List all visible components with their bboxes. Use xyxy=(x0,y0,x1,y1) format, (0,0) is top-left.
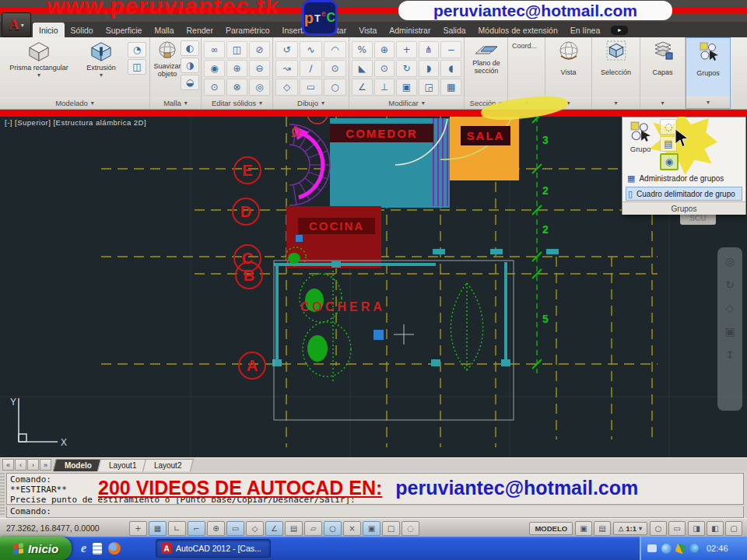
navigation-tool-icon[interactable]: ◎ xyxy=(725,255,735,268)
status-icon-button[interactable]: ▣ xyxy=(575,521,592,536)
capas-button[interactable] xyxy=(652,40,674,61)
tab-modulos-extension[interactable]: Módulos de extensión xyxy=(472,23,564,37)
solid-edit-tool-icon[interactable]: ⊗ xyxy=(226,79,247,96)
status-toggle-button[interactable]: ▦ xyxy=(149,521,167,536)
modify-tool-icon[interactable]: ∠ xyxy=(352,79,373,96)
solid-edit-tool-icon[interactable]: ◉ xyxy=(204,60,225,77)
panel-footer-capas[interactable]: ▾ xyxy=(640,97,685,109)
modify-tool-icon[interactable]: − xyxy=(440,41,461,58)
status-icon-button[interactable]: ○ xyxy=(650,521,667,536)
modify-tool-icon[interactable]: ▦ xyxy=(440,79,461,96)
selection-grip[interactable] xyxy=(374,330,384,340)
flyout-footer-grupos[interactable]: Grupos xyxy=(622,201,745,215)
status-toggle-button[interactable]: □ xyxy=(382,521,400,536)
status-icon-button[interactable]: ▢ xyxy=(725,521,742,536)
panel-footer-modelado[interactable]: Modelado ▾ xyxy=(0,97,149,109)
status-toggle-button[interactable]: ○ xyxy=(324,521,342,536)
layout-nav-icon[interactable]: « xyxy=(2,459,14,471)
status-toggle-button[interactable]: ◌ xyxy=(402,521,419,536)
status-toggle-button[interactable]: ∟ xyxy=(168,521,186,536)
firefox-icon[interactable] xyxy=(108,542,121,555)
modify-tool-icon[interactable]: + xyxy=(396,41,417,58)
tab-malla[interactable]: Malla xyxy=(148,23,180,37)
modelo-paper-toggle[interactable]: MODELO xyxy=(529,522,573,535)
selection-grip[interactable] xyxy=(296,235,303,242)
draw-tool-icon[interactable]: ◠ xyxy=(324,41,346,58)
menu-item-cuadro-delimitador[interactable]: ▯ Cuadro delimitador de grupo xyxy=(626,187,742,201)
status-toggle-button[interactable]: ▱ xyxy=(304,521,322,536)
panel-footer-modificar[interactable]: Modificar ▾ xyxy=(349,97,464,109)
modify-tool-icon[interactable]: ⊕ xyxy=(374,41,395,58)
modify-tool-icon[interactable]: % xyxy=(352,41,373,58)
tray-update-icon[interactable] xyxy=(675,543,686,554)
menu-item-administrador-de-grupos[interactable]: ▦ Administrador de grupos xyxy=(626,172,742,185)
modify-tool-icon[interactable]: ▣ xyxy=(396,79,417,96)
malla-tool-icon[interactable]: ◐ xyxy=(181,40,199,56)
drawing-canvas[interactable]: Y X Ω [-] [Superior] [Estructura alámbri… xyxy=(0,117,747,457)
panel-footer-grupos[interactable]: ▾ xyxy=(686,96,730,108)
tab-superficie[interactable]: Superficie xyxy=(100,23,149,37)
status-toggle-button[interactable]: + xyxy=(129,521,147,536)
modify-tool-icon[interactable]: ⋔ xyxy=(419,41,440,58)
layout-nav-icon[interactable]: › xyxy=(27,459,39,471)
status-toggle-button[interactable]: × xyxy=(343,521,361,536)
status-icon-button[interactable]: ◧ xyxy=(707,521,724,536)
tab-en-linea[interactable]: En línea xyxy=(564,23,607,37)
status-toggle-button[interactable]: ⌐ xyxy=(188,521,205,536)
layout-nav-icon[interactable]: ‹ xyxy=(15,459,26,471)
solid-edit-tool-icon[interactable]: ⊙ xyxy=(204,79,225,96)
tab-parametrico[interactable]: Paramétrico xyxy=(219,23,276,37)
modify-tool-icon[interactable]: ◖ xyxy=(440,60,461,77)
annotation-scale-button[interactable]: △ 1:1 ▾ xyxy=(613,522,647,535)
plano-de-seccion-button[interactable]: Plano de sección xyxy=(468,40,505,75)
solid-edit-tool-icon[interactable]: ∞ xyxy=(204,41,225,58)
modify-tool-icon[interactable]: ↻ xyxy=(396,60,417,77)
status-icon-button[interactable]: ▤ xyxy=(594,521,611,536)
solid-edit-tool-icon[interactable]: ⊕ xyxy=(226,60,247,77)
tray-network-icon[interactable] xyxy=(647,544,657,552)
draw-tool-icon[interactable]: ⊙ xyxy=(324,60,346,77)
youtube-icon[interactable]: ▸ xyxy=(611,26,628,35)
draw-tool-icon[interactable]: ▭ xyxy=(300,79,322,96)
tab-administrar[interactable]: Administrar xyxy=(383,23,437,37)
navigation-tool-icon[interactable]: ↻ xyxy=(725,278,735,291)
status-icon-button[interactable]: ▭ xyxy=(668,521,686,536)
modelado-tool-icon[interactable]: ◫ xyxy=(128,59,146,75)
draw-tool-icon[interactable]: ∿ xyxy=(300,41,322,58)
prisma-rectangular-button[interactable]: Prisma rectangular ▾ xyxy=(3,40,75,79)
viewport-controls-label[interactable]: [-] [Superior] [Estructura alámbrica 2D] xyxy=(5,118,146,127)
draw-tool-icon[interactable]: ∕ xyxy=(300,60,322,77)
tray-messenger-icon[interactable] xyxy=(661,544,672,554)
draw-tool-icon[interactable]: ◇ xyxy=(275,79,298,96)
tab-inicio[interactable]: Inicio xyxy=(33,23,65,37)
tab-salida[interactable]: Salida xyxy=(437,23,472,37)
malla-tool-icon[interactable]: ◑ xyxy=(181,58,199,73)
modify-tool-icon[interactable]: ⊥ xyxy=(374,79,395,96)
navigation-tool-icon[interactable]: ↕ xyxy=(725,348,735,361)
start-button[interactable]: Inicio xyxy=(0,537,72,560)
tab-solido[interactable]: Sólido xyxy=(65,23,100,37)
solid-edit-tool-icon[interactable]: ◎ xyxy=(249,79,270,96)
modelado-tool-icon[interactable]: ◔ xyxy=(128,42,146,58)
vista-button[interactable] xyxy=(558,40,580,62)
tab-layout2[interactable]: Layout2 xyxy=(142,459,194,471)
malla-tool-icon[interactable]: ◒ xyxy=(181,75,199,90)
draw-tool-icon[interactable]: ↝ xyxy=(275,60,298,77)
group-tool-icon[interactable]: ◉ xyxy=(660,153,679,170)
modify-tool-icon[interactable]: ⊙ xyxy=(374,60,395,77)
navigation-tool-icon[interactable]: ▣ xyxy=(724,325,735,338)
status-toggle-button[interactable]: ▭ xyxy=(226,521,244,536)
solid-edit-tool-icon[interactable]: ⊘ xyxy=(249,41,270,58)
panel-footer-editar-solidos[interactable]: Editar sólidos ▾ xyxy=(202,97,272,109)
application-menu-button[interactable]: A ▾ xyxy=(2,12,31,37)
panel-footer-malla[interactable]: Malla ▾ xyxy=(150,97,201,109)
solid-edit-tool-icon[interactable]: ⊖ xyxy=(249,60,270,77)
status-icon-button[interactable]: ◨ xyxy=(688,521,705,536)
suavizar-objeto-button[interactable]: Suavizar objeto xyxy=(152,40,183,79)
seleccion-button[interactable] xyxy=(606,40,626,61)
autocad-taskbar-button[interactable]: A AutoCAD 2012 - [Cas... xyxy=(156,539,271,558)
draw-tool-icon[interactable]: ○ xyxy=(324,79,346,96)
draw-tool-icon[interactable]: ↺ xyxy=(275,41,298,58)
command-input[interactable]: Comando: xyxy=(6,506,744,518)
modify-tool-icon[interactable]: ◣ xyxy=(352,60,373,77)
